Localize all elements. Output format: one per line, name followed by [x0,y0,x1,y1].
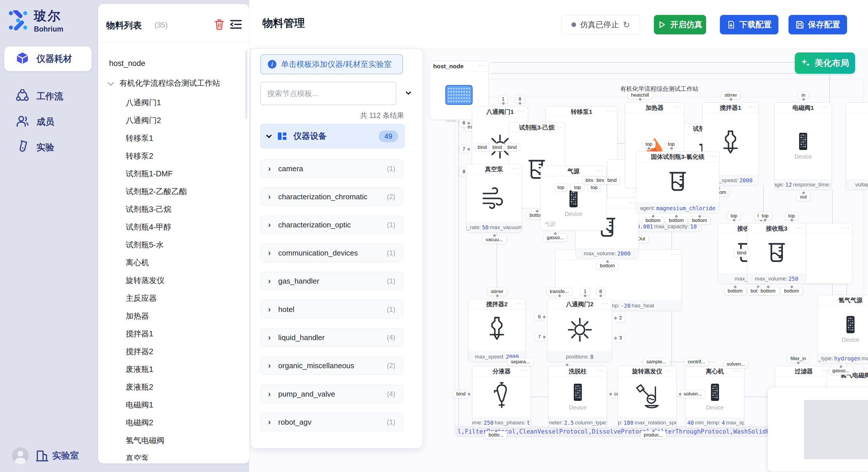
port-bottom[interactable]: bottom [781,287,803,295]
tree-item[interactable]: 旋转蒸发仪 [126,275,164,285]
category-row-liquid_handler[interactable]: ›liquid_handler(4) [260,328,403,347]
tree-item[interactable]: 试剂瓶2-乙酸乙酯 [126,187,187,197]
port-bind[interactable]: bind [734,249,750,257]
tree-item[interactable]: 真空泵 [126,453,149,461]
port-filter_in[interactable]: filter_in [787,355,810,363]
canvas-node[interactable]: ··· [801,223,852,284]
canvas-node-氢气气源[interactable]: 氢气气源···Device_type: hydrogen max_pregass… [817,295,868,364]
node-menu-icon[interactable]: ··· [674,103,682,111]
node-menu-icon[interactable]: ··· [596,367,604,374]
node-menu-icon[interactable]: ··· [628,199,636,206]
port-sample...[interactable]: sample... [643,358,670,366]
node-menu-icon[interactable]: ··· [666,367,674,374]
node-menu-icon[interactable]: ··· [821,103,829,111]
port-bind[interactable]: bind [604,176,620,184]
search-input[interactable] [260,82,396,105]
port-stirrer[interactable]: stirrer [487,288,507,296]
port-vacuu...[interactable]: vacuu... [482,236,506,244]
tree-item-host-node[interactable]: host_node [109,59,145,68]
port-top[interactable]: top [642,140,656,148]
port-7[interactable]: 7 [459,145,469,153]
node-menu-icon[interactable]: ··· [518,107,526,115]
tree-item[interactable]: 离心机 [126,258,149,268]
sidebar-item-workflow[interactable]: 工作流 [4,84,92,109]
port-6[interactable]: 6 [535,313,544,321]
node-menu-icon[interactable]: ··· [748,103,756,111]
port-top[interactable]: top [785,212,799,220]
node-menu-icon[interactable]: ··· [795,224,803,231]
category-row-hotel[interactable]: ›hotel(1) [260,300,403,318]
tree-item[interactable]: 转移泵1 [126,133,153,143]
category-row-gas_handler[interactable]: ›gas_handler(1) [260,272,403,290]
category-row-characterization_chromatic[interactable]: ›characterization_chromatic(2) [260,188,403,206]
sidebar-item-instruments[interactable]: 仪器耗材 [4,46,92,71]
port-bottom[interactable]: bottom [642,216,664,225]
port-1[interactable]: 1 [580,288,590,296]
canvas-node-洗脱柱[interactable]: 洗脱柱···Devicediameter: 2.5 column_type: s… [548,366,607,428]
node-menu-icon[interactable]: ··· [709,152,717,160]
tree-item[interactable]: 搅拌器1 [126,329,153,339]
category-row-pump_and_valve[interactable]: ›pump_and_valve(4) [260,385,403,403]
port-bottom[interactable]: bottom [724,287,746,295]
canvas-node[interactable]: ···voltage: 12 [846,102,868,190]
node-menu-icon[interactable]: ··· [515,300,523,307]
tree-item[interactable]: 试剂瓶1-DMF [126,169,173,179]
port-heatchill[interactable]: heatchill [628,91,652,99]
tree-item[interactable]: 废液瓶1 [126,364,153,374]
tree-item[interactable]: 八通阀门2 [126,115,161,126]
category-row-organic_miscellaneous[interactable]: ›organic_miscellaneous(2) [260,357,403,375]
port-bind[interactable]: bind [453,390,469,398]
port-top[interactable]: top [570,183,584,192]
port-solven...[interactable]: solven... [680,390,705,398]
canvas-node-真空泵[interactable]: 真空泵···pump_rate: 50 max_vacuum: 0.1vacuu… [466,164,522,233]
category-row-communication_devices[interactable]: ›communication_devices(1) [260,244,403,262]
port-6[interactable]: 6 [459,119,469,127]
port-bottom[interactable]: bottom [757,287,779,295]
node-menu-icon[interactable]: ··· [554,123,562,131]
port-bind[interactable]: bind [489,143,505,151]
port-top[interactable]: top [727,212,741,220]
port-centrif...[interactable]: centrif... [684,358,708,366]
download-config-button[interactable]: 下载配置 [720,15,778,34]
start-simulation-button[interactable]: 开启仿真 [654,15,706,34]
canvas-node-搅拌器2[interactable]: 搅拌器2···max_speed: 2000stirrer [468,299,526,362]
canvas-node-固体试剂瓶3-氯化镁[interactable]: 固体试剂瓶3-氯化镁···agent: magnesium_chlorideto… [636,151,719,213]
canvas-node-气源[interactable]: 气源···Device气源gasso... [540,166,607,231]
port-bottom[interactable]: bottom [689,216,710,225]
tree-item-workstation[interactable]: 有机化学流程综合测试工作站 [119,78,220,88]
port-transfe...[interactable]: transfe... [546,288,572,296]
tree-item[interactable]: 电磁阀2 [126,417,153,428]
node-menu-icon[interactable]: ··· [520,367,528,374]
tree-item[interactable]: 主反应器 [126,293,157,303]
tree-item[interactable]: 试剂瓶3-己烷 [126,204,172,214]
port-solven...[interactable]: solven... [723,360,748,368]
port-bottom[interactable]: bottom [665,216,687,225]
node-menu-icon[interactable]: ··· [478,62,486,69]
port-top[interactable]: top [554,183,568,192]
sidebar-item-experiments[interactable]: 实验 [4,135,92,160]
port-8[interactable]: 8 [596,288,606,296]
category-row-robot_agv[interactable]: ›robot_agv(1) [260,413,403,431]
trash-icon[interactable] [214,19,224,30]
beautify-layout-button[interactable]: 美化布局 [795,53,855,74]
port-top[interactable]: top [758,212,772,220]
port-produc...[interactable]: produc... [640,431,666,439]
port-gasso...[interactable]: gasso... [829,367,853,375]
node-menu-icon[interactable]: ··· [671,250,679,258]
tree-item[interactable]: 废液瓶2 [126,382,153,392]
minimap[interactable] [768,387,868,472]
tree-item[interactable]: 加热器 [126,311,149,321]
section-instruments[interactable]: 仪器设备 49 [260,124,405,148]
port-bottom[interactable]: bottom [596,262,618,270]
port-7[interactable]: 7 [535,333,544,341]
port-in[interactable]: in [798,91,809,99]
port-top[interactable]: top [664,140,678,148]
node-menu-icon[interactable]: ··· [842,224,850,231]
tree-item[interactable]: 氢气电磁阀 [126,435,164,446]
sidebar-item-members[interactable]: 成员 [4,109,92,134]
canvas-node-分液器[interactable]: 分液器···volume: 250 has_phases: truebindbo… [472,366,531,428]
minimap-viewport[interactable] [804,400,868,459]
lab-entry[interactable]: 实验室 [36,449,79,462]
avatar[interactable] [12,447,29,464]
node-menu-icon[interactable]: ··· [607,107,615,115]
